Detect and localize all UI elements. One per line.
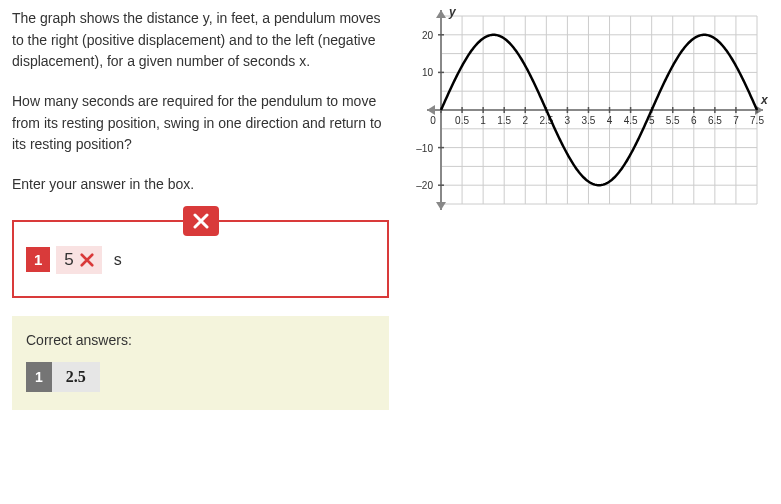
question-para-2: How many seconds are required for the pe… [12,91,389,156]
svg-text:0.5: 0.5 [455,115,469,126]
user-answer-text: 5 [64,250,73,270]
correct-answer-row: 1 2.5 [26,362,375,392]
svg-text:y: y [448,8,457,19]
unit-label: s [114,251,122,269]
svg-text:3.5: 3.5 [582,115,596,126]
correct-answer-title: Correct answers: [26,332,375,348]
svg-text:1.5: 1.5 [497,115,511,126]
svg-text:6.5: 6.5 [708,115,722,126]
correct-index-badge: 1 [26,362,52,392]
svg-text:–10: –10 [416,143,433,154]
pendulum-chart: 0.511.522.533.544.555.566.577.50–20–1010… [409,8,769,216]
svg-text:6: 6 [691,115,697,126]
svg-text:2: 2 [522,115,528,126]
svg-text:–20: –20 [416,180,433,191]
svg-text:4: 4 [607,115,613,126]
question-para-3: Enter your answer in the box. [12,174,389,196]
svg-text:0: 0 [430,115,436,126]
svg-marker-29 [427,105,435,115]
svg-text:7.5: 7.5 [750,115,764,126]
svg-text:5.5: 5.5 [666,115,680,126]
svg-text:7: 7 [733,115,739,126]
svg-marker-32 [436,202,446,210]
incorrect-icon [183,206,219,236]
svg-text:1: 1 [480,115,486,126]
user-answer-panel: 1 5 s [12,220,389,298]
svg-text:3: 3 [565,115,571,126]
user-answer-value[interactable]: 5 [56,246,101,274]
correct-answer-panel: Correct answers: 1 2.5 [12,316,389,410]
svg-text:10: 10 [422,67,434,78]
svg-text:x: x [760,93,769,107]
correct-value: 2.5 [52,362,100,392]
svg-marker-31 [436,10,446,18]
svg-text:20: 20 [422,30,434,41]
answer-index-badge: 1 [26,247,50,272]
answer-row: 1 5 s [26,246,375,274]
svg-text:4.5: 4.5 [624,115,638,126]
x-icon [80,253,94,267]
question-text: The graph shows the distance y, in feet,… [12,8,389,214]
question-para-1: The graph shows the distance y, in feet,… [12,8,389,73]
